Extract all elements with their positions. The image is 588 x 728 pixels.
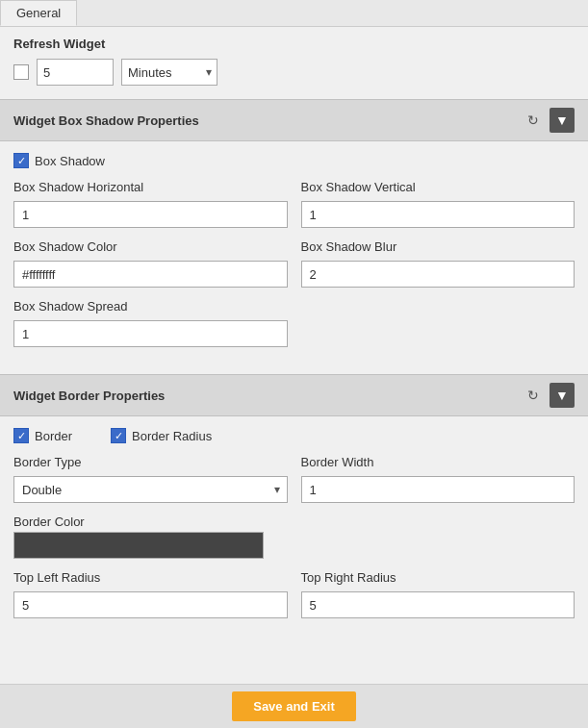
border-width-input[interactable] [301, 476, 575, 503]
border-checkbox-group: ✓ Border [13, 428, 72, 443]
shadow-spread-row: Box Shadow Spread [13, 299, 575, 347]
border-type-select-wrapper: Double Solid Dashed Dotted [13, 476, 288, 503]
border-width-group: Border Width [301, 455, 575, 503]
top-right-radius-group: Top Right Radius [301, 570, 575, 618]
shadow-color-group: Box Shadow Color [13, 239, 288, 288]
shadow-blur-label: Box Shadow Blur [301, 239, 575, 254]
shadow-color-label: Box Shadow Color [13, 239, 288, 254]
border-color-label: Border Color [13, 515, 575, 529]
border-panel-title: Widget Border Properties [13, 389, 165, 403]
shadow-blur-group: Box Shadow Blur [301, 239, 575, 288]
border-color-swatch[interactable] [13, 532, 264, 559]
border-checkbox-label: Border [35, 429, 72, 443]
border-radius-checkbox-label: Border Radius [132, 429, 212, 443]
border-type-select[interactable]: Double Solid Dashed Dotted [13, 476, 288, 503]
refresh-widget-row: Minutes Seconds Hours [13, 59, 575, 86]
box-shadow-panel-title: Widget Box Shadow Properties [13, 113, 199, 128]
shadow-horizontal-label: Box Shadow Horizontal [13, 180, 288, 194]
border-checkbox[interactable]: ✓ [13, 428, 29, 443]
border-panel-body: ✓ Border ✓ Border Radius Border Type [0, 416, 588, 645]
refresh-widget-checkbox[interactable] [13, 64, 29, 80]
border-collapse-button[interactable]: ▼ [550, 383, 575, 408]
shadow-vertical-label: Box Shadow Vertical [301, 180, 575, 194]
box-shadow-refresh-button[interactable]: ↻ [521, 108, 546, 133]
top-left-radius-label: Top Left Radius [13, 570, 288, 585]
border-panel-actions: ↻ ▼ [521, 383, 575, 408]
box-shadow-panel: Widget Box Shadow Properties ↻ ▼ ✓ Box S… [0, 99, 588, 374]
refresh-interval-select[interactable]: Minutes Seconds Hours [121, 59, 217, 86]
box-shadow-checkbox-row: ✓ Box Shadow [13, 153, 575, 168]
scroll-spacer [0, 645, 588, 665]
border-checkbox-row: ✓ Border ✓ Border Radius [13, 428, 575, 443]
top-left-radius-input[interactable] [13, 591, 288, 618]
border-type-label: Border Type [13, 455, 288, 469]
top-left-radius-group: Top Left Radius [13, 570, 288, 618]
top-right-radius-input[interactable] [301, 591, 575, 618]
main-container: General Refresh Widget Minutes Seconds H… [0, 0, 588, 728]
shadow-spread-placeholder [301, 299, 575, 347]
box-shadow-checkbox-label: Box Shadow [35, 154, 105, 168]
border-type-group: Border Type Double Solid Dashed Dotted [13, 455, 288, 503]
shadow-hv-row: Box Shadow Horizontal Box Shadow Vertica… [13, 180, 575, 228]
border-radius-checkbox[interactable]: ✓ [111, 428, 126, 443]
shadow-spread-group: Box Shadow Spread [13, 299, 288, 347]
tab-general[interactable]: General [0, 0, 77, 26]
border-radius-row: Top Left Radius Top Right Radius [13, 570, 575, 618]
content-area[interactable]: Refresh Widget Minutes Seconds Hours Wid… [0, 27, 588, 684]
shadow-color-blur-row: Box Shadow Color Box Shadow Blur [13, 239, 575, 288]
shadow-color-input[interactable] [13, 261, 288, 288]
border-panel-header: Widget Border Properties ↻ ▼ [0, 374, 588, 416]
shadow-horizontal-input[interactable] [13, 201, 288, 228]
box-shadow-checkbox[interactable]: ✓ [13, 153, 29, 168]
refresh-interval-input[interactable] [37, 59, 114, 86]
border-panel: Widget Border Properties ↻ ▼ ✓ Border ✓ … [0, 374, 588, 645]
box-shadow-collapse-button[interactable]: ▼ [550, 108, 575, 133]
border-radius-checkbox-group: ✓ Border Radius [111, 428, 212, 443]
shadow-horizontal-group: Box Shadow Horizontal [13, 180, 288, 228]
shadow-spread-label: Box Shadow Spread [13, 299, 288, 314]
shadow-vertical-input[interactable] [301, 201, 575, 228]
shadow-spread-input[interactable] [13, 320, 288, 347]
border-width-label: Border Width [301, 455, 575, 469]
save-exit-button[interactable]: Save and Exit [232, 691, 356, 721]
box-shadow-panel-header: Widget Box Shadow Properties ↻ ▼ [0, 99, 588, 141]
border-color-section: Border Color [13, 515, 575, 559]
refresh-widget-section: Refresh Widget Minutes Seconds Hours [0, 27, 588, 99]
shadow-vertical-group: Box Shadow Vertical [301, 180, 575, 228]
box-shadow-panel-actions: ↻ ▼ [521, 108, 575, 133]
refresh-widget-title: Refresh Widget [13, 37, 575, 51]
bottom-bar: Save and Exit [0, 684, 588, 728]
shadow-blur-input[interactable] [301, 261, 575, 288]
box-shadow-panel-body: ✓ Box Shadow Box Shadow Horizontal Box S… [0, 141, 588, 374]
refresh-interval-select-wrapper: Minutes Seconds Hours [121, 59, 217, 86]
border-type-width-row: Border Type Double Solid Dashed Dotted B… [13, 455, 575, 503]
tab-bar: General [0, 0, 588, 27]
border-refresh-button[interactable]: ↻ [521, 383, 546, 408]
top-right-radius-label: Top Right Radius [301, 570, 575, 585]
